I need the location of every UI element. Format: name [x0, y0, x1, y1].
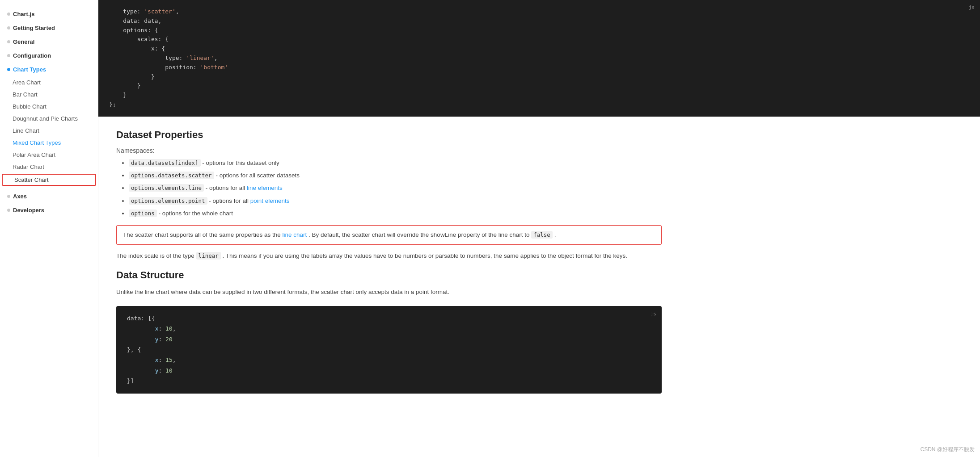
sidebar-item-chartjs[interactable]: Chart.js	[0, 7, 98, 21]
sidebar-item-polar-area[interactable]: Polar Area Chart	[0, 149, 98, 161]
namespaces-list: data.datasets[index] - options for this …	[116, 159, 662, 218]
index-scale-text: The index scale is of the type linear . …	[116, 251, 662, 261]
sidebar-item-doughnut-pie[interactable]: Doughnut and Pie Charts	[0, 113, 98, 125]
code-inline: options.datasets.scatter	[129, 172, 214, 179]
main-content: js type: 'scatter', data: data, options:…	[98, 0, 980, 457]
sidebar-item-mixed-chart[interactable]: Mixed Chart Types	[0, 137, 98, 149]
list-item: options.elements.point - options for all…	[129, 197, 662, 205]
sidebar-item-area-chart[interactable]: Area Chart	[0, 76, 98, 88]
sidebar-item-bubble-chart[interactable]: Bubble Chart	[0, 101, 98, 113]
sidebar-item-configuration[interactable]: Configuration	[0, 49, 98, 63]
code-content-2: data: [{ x: 10, y: 20 }, { x: 15, y: 10 …	[127, 313, 651, 386]
dot-icon-active	[7, 68, 10, 71]
sidebar-item-getting-started[interactable]: Getting Started	[0, 21, 98, 35]
false-code: false	[531, 231, 553, 239]
dot-icon	[7, 13, 10, 16]
info-box: The scatter chart supports all of the sa…	[116, 225, 662, 245]
list-item: options.elements.line - options for all …	[129, 184, 662, 193]
dot-icon	[7, 54, 10, 57]
dot-icon	[7, 26, 10, 29]
dot-icon	[7, 40, 10, 43]
namespaces-label: Namespaces:	[116, 147, 662, 154]
line-elements-link[interactable]: line elements	[247, 184, 283, 191]
data-structure-title: Data Structure	[116, 269, 662, 281]
code-content: type: 'scatter', data: data, options: { …	[109, 7, 969, 109]
dot-icon	[7, 195, 10, 198]
code-lang-label: js	[969, 4, 975, 12]
code-inline: options.elements.point	[129, 197, 207, 205]
line-chart-link[interactable]: line chart	[282, 231, 307, 238]
top-code-block: js type: 'scatter', data: data, options:…	[98, 0, 980, 117]
list-item: data.datasets[index] - options for this …	[129, 159, 662, 168]
data-structure-intro: Unlike the line chart where data can be …	[116, 287, 662, 297]
code-lang-label-2: js	[651, 310, 656, 319]
code-inline: options.elements.line	[129, 184, 204, 192]
sidebar-item-bar-chart[interactable]: Bar Chart	[0, 88, 98, 101]
linear-code: linear	[196, 252, 221, 260]
sidebar-item-chart-types[interactable]: Chart Types	[0, 63, 98, 76]
code-inline: data.datasets[index]	[129, 159, 201, 167]
data-structure-code-block: js data: [{ x: 10, y: 20 }, { x: 15, y: …	[116, 306, 662, 394]
code-inline: options	[129, 210, 157, 217]
list-item: options - options for the whole chart	[129, 209, 662, 218]
watermark: CSDN @好程序不脱发	[920, 446, 975, 453]
sidebar-item-axes[interactable]: Axes	[0, 189, 98, 203]
dot-icon	[7, 209, 10, 212]
sidebar-item-general[interactable]: General	[0, 35, 98, 49]
sidebar-item-scatter-chart[interactable]: Scatter Chart	[2, 174, 96, 186]
sidebar: Chart.js Getting Started General Configu…	[0, 0, 98, 457]
point-elements-link[interactable]: point elements	[250, 197, 290, 204]
sidebar-item-radar-chart[interactable]: Radar Chart	[0, 161, 98, 173]
sidebar-item-developers[interactable]: Developers	[0, 203, 98, 217]
list-item: options.datasets.scatter - options for a…	[129, 171, 662, 180]
dataset-properties-title: Dataset Properties	[116, 129, 662, 141]
sidebar-item-line-chart[interactable]: Line Chart	[0, 125, 98, 137]
content-area: Dataset Properties Namespaces: data.data…	[98, 117, 680, 406]
